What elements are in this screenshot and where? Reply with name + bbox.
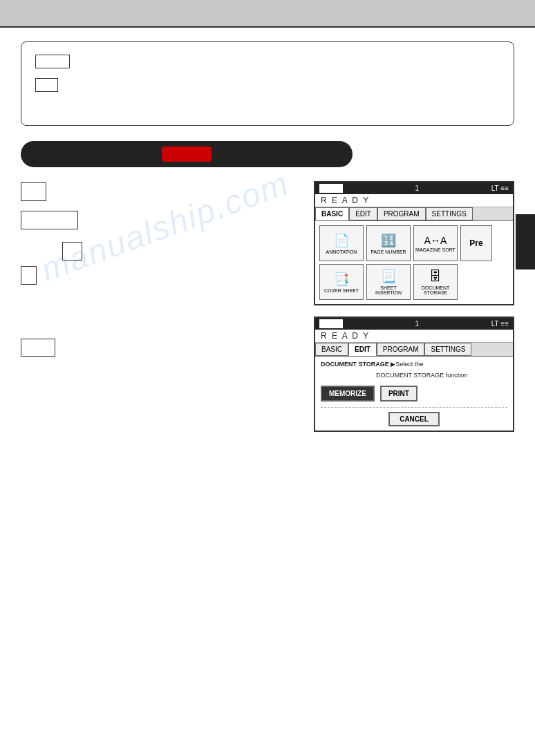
docstorage-label: DOCUMENT STORAGE [414, 285, 457, 295]
screen1-ready: R E A D Y [315, 194, 513, 207]
step-bar [21, 141, 353, 167]
left-inline-box-3 [62, 242, 82, 261]
screen1-icon-coversheet[interactable]: 📑 COVER SHEET [319, 264, 364, 300]
screen2-tabs[interactable]: BASIC EDIT PROGRAM SETTINGS [315, 343, 513, 357]
screen1-icon-annotation[interactable]: 📄 ANNOTATION [319, 225, 364, 261]
screen2-doc-storage-title: DOCUMENT STORAGE [321, 361, 389, 368]
screen1-icon-pre[interactable]: Pre [460, 225, 492, 261]
screen1-lt: LT ≡≡ [491, 185, 509, 192]
screen2-tab-edit[interactable]: EDIT [348, 343, 377, 356]
main-content: 100% 1 LT ≡≡ R E A D Y BASIC EDIT PROGRA… [0, 28, 535, 756]
magazinesort-icon: A↔A [424, 235, 447, 246]
left-column [21, 181, 300, 432]
screen1-page: 1 [415, 185, 419, 192]
screen1-icon-sheetinsertion[interactable]: 📃 SHEET INSERTION [366, 264, 411, 300]
screen2-print-button[interactable]: PRINT [380, 386, 417, 401]
screen2-page: 1 [415, 320, 419, 328]
screen1-tab-edit[interactable]: EDIT [349, 207, 377, 220]
instruction-box [21, 41, 514, 126]
screen1-tab-basic[interactable]: BASIC [315, 207, 349, 220]
step-bar-text [35, 149, 162, 160]
screen2-doc-storage-desc2: DOCUMENT STORAGE function [376, 372, 507, 379]
screen2-tab-basic[interactable]: BASIC [315, 343, 348, 356]
coversheet-icon: 📑 [334, 272, 349, 287]
sheetinsertion-label: SHEET INSERTION [367, 285, 410, 295]
screen1-tab-settings[interactable]: SETTINGS [426, 207, 473, 220]
screen2-cancel-area: CANCEL [321, 407, 507, 426]
annotation-label: ANNOTATION [326, 249, 357, 254]
step-button[interactable] [162, 147, 212, 162]
left-inline-box-2 [21, 211, 78, 229]
screen-mockup-1: 100% 1 LT ≡≡ R E A D Y BASIC EDIT PROGRA… [314, 181, 514, 305]
right-side-tab [516, 214, 535, 270]
screen2-tab-settings[interactable]: SETTINGS [424, 343, 471, 356]
screen2-tab-program[interactable]: PROGRAM [377, 343, 425, 356]
screen1-tab-program[interactable]: PROGRAM [377, 207, 426, 220]
screen2-ready: R E A D Y [315, 330, 513, 343]
instruction-label-2 [35, 78, 58, 92]
screen1-icon-docstorage[interactable]: 🗄 DOCUMENT STORAGE [413, 264, 458, 300]
screen2-doc-buttons[interactable]: MEMORIZE PRINT [321, 386, 507, 401]
screen1-tabs[interactable]: BASIC EDIT PROGRAM SETTINGS [315, 207, 513, 221]
coversheet-label: COVER SHEET [324, 288, 359, 293]
screen2-cancel-button[interactable]: CANCEL [388, 412, 440, 426]
two-col-layout: 100% 1 LT ≡≡ R E A D Y BASIC EDIT PROGRA… [21, 181, 514, 432]
annotation-icon: 📄 [334, 233, 349, 248]
screen2-memorize-button[interactable]: MEMORIZE [321, 386, 375, 401]
screen2-doc-title-row: DOCUMENT STORAGE ▶Select the [321, 361, 507, 368]
docstorage-icon: 🗄 [429, 270, 442, 284]
screen2-lt: LT ≡≡ [491, 320, 509, 328]
screen1-pct: 100% [319, 184, 343, 193]
magazinesort-label: MAGAZINE SORT [415, 247, 456, 252]
instruction-label-1 [35, 55, 70, 68]
top-bar [0, 0, 535, 28]
screen1-icons: 📄 ANNOTATION 🔢 PAGE NUMBER A↔A MAGAZINE … [315, 221, 513, 304]
right-column: 100% 1 LT ≡≡ R E A D Y BASIC EDIT PROGRA… [314, 181, 514, 432]
screen2-pct: 100% [319, 319, 343, 328]
pre-label: Pre [469, 238, 482, 248]
left-inline-box-4 [21, 266, 37, 285]
screen2-doc-content: DOCUMENT STORAGE ▶Select the DOCUMENT ST… [315, 357, 513, 431]
sheetinsertion-icon: 📃 [381, 269, 396, 284]
left-inline-box-1 [21, 182, 46, 201]
screen1-icon-pagenumber[interactable]: 🔢 PAGE NUMBER [366, 225, 411, 261]
pagenumber-icon: 🔢 [381, 233, 396, 248]
screen1-status-bar: 100% 1 LT ≡≡ [315, 182, 513, 194]
screen2-doc-storage-desc: ▶Select the [391, 361, 423, 368]
screen2-status-bar: 100% 1 LT ≡≡ [315, 318, 513, 330]
pagenumber-label: PAGE NUMBER [370, 249, 406, 254]
screen-mockup-2: 100% 1 LT ≡≡ R E A D Y BASIC EDIT PROGRA… [314, 316, 514, 432]
screen1-icon-magazinesort[interactable]: A↔A MAGAZINE SORT [413, 225, 458, 261]
left-inline-box-5 [21, 339, 55, 357]
